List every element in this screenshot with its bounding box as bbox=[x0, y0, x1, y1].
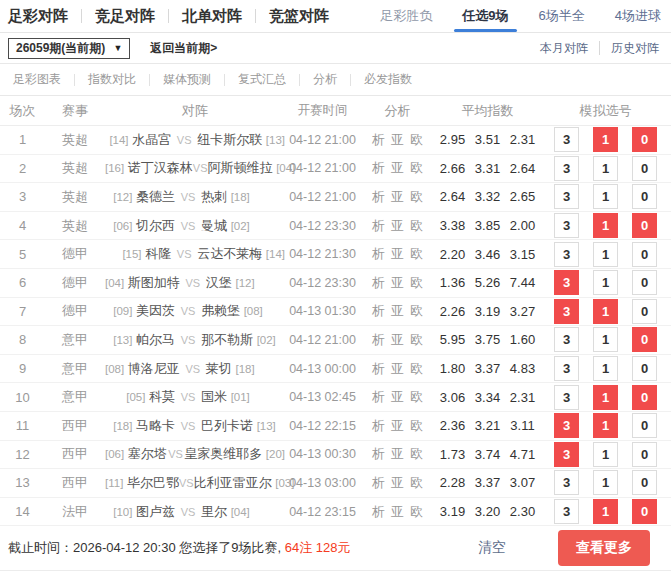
home-team[interactable]: 水晶宫 bbox=[132, 132, 171, 147]
analysis-link-1[interactable]: 析 bbox=[372, 189, 385, 204]
pick-0-button[interactable]: 0 bbox=[632, 242, 657, 267]
pick-3-button[interactable]: 3 bbox=[554, 242, 579, 267]
view-more-button[interactable]: 查看更多 bbox=[558, 530, 650, 566]
away-team[interactable]: 比利亚雷亚尔 bbox=[194, 475, 272, 490]
away-team[interactable]: 热刺 bbox=[201, 189, 227, 204]
analysis-link-2[interactable]: 亚 bbox=[391, 475, 404, 490]
analysis-link-2[interactable]: 亚 bbox=[391, 189, 404, 204]
analysis-link-1[interactable]: 析 bbox=[372, 160, 385, 175]
analysis-link-3[interactable]: 欧 bbox=[410, 418, 423, 433]
away-team[interactable]: 那不勒斯 bbox=[201, 332, 253, 347]
pick-0-button[interactable]: 0 bbox=[632, 270, 657, 295]
analysis-link-1[interactable]: 析 bbox=[372, 246, 385, 261]
nav-tab-1[interactable]: 足彩对阵 bbox=[8, 7, 81, 26]
pick-1-button[interactable]: 1 bbox=[593, 184, 618, 209]
pick-1-button[interactable]: 1 bbox=[593, 156, 618, 181]
away-team[interactable]: 里尔 bbox=[201, 504, 227, 519]
pick-1-button[interactable]: 1 bbox=[593, 356, 618, 381]
analysis-link-1[interactable]: 析 bbox=[372, 475, 385, 490]
pick-0-button[interactable]: 0 bbox=[632, 385, 657, 410]
away-team[interactable]: 巴列卡诺 bbox=[201, 418, 253, 433]
home-team[interactable]: 毕尔巴鄂 bbox=[127, 475, 179, 490]
subtab-4[interactable]: 复式汇总 bbox=[238, 71, 286, 88]
pick-3-button[interactable]: 3 bbox=[554, 156, 579, 181]
home-team[interactable]: 马略卡 bbox=[136, 418, 175, 433]
pick-3-button[interactable]: 3 bbox=[554, 127, 579, 152]
play-tab-2[interactable]: 任选9场 bbox=[462, 0, 508, 32]
analysis-link-1[interactable]: 析 bbox=[372, 504, 385, 519]
pick-3-button[interactable]: 3 bbox=[554, 413, 579, 438]
analysis-link-3[interactable]: 欧 bbox=[410, 332, 423, 347]
analysis-link-1[interactable]: 析 bbox=[372, 389, 385, 404]
analysis-link-1[interactable]: 析 bbox=[372, 446, 385, 461]
analysis-link-1[interactable]: 析 bbox=[372, 275, 385, 290]
analysis-link-3[interactable]: 欧 bbox=[410, 246, 423, 261]
pick-0-button[interactable]: 0 bbox=[632, 356, 657, 381]
home-team[interactable]: 诺丁汉森林 bbox=[128, 160, 193, 175]
analysis-link-1[interactable]: 析 bbox=[372, 361, 385, 376]
pick-3-button[interactable]: 3 bbox=[554, 356, 579, 381]
analysis-link-1[interactable]: 析 bbox=[372, 218, 385, 233]
away-team[interactable]: 云达不莱梅 bbox=[197, 246, 262, 261]
subtab-5[interactable]: 分析 bbox=[313, 71, 337, 88]
home-team[interactable]: 切尔西 bbox=[136, 218, 175, 233]
home-team[interactable]: 科莫 bbox=[149, 389, 175, 404]
pick-1-button[interactable]: 1 bbox=[593, 270, 618, 295]
analysis-link-2[interactable]: 亚 bbox=[391, 160, 404, 175]
analysis-link-2[interactable]: 亚 bbox=[391, 132, 404, 147]
pick-1-button[interactable]: 1 bbox=[593, 242, 618, 267]
home-team[interactable]: 美因茨 bbox=[136, 303, 175, 318]
pick-1-button[interactable]: 1 bbox=[593, 127, 618, 152]
subtab-1[interactable]: 足彩图表 bbox=[13, 71, 61, 88]
play-tab-3[interactable]: 6场半全 bbox=[539, 0, 585, 32]
pick-0-button[interactable]: 0 bbox=[632, 213, 657, 238]
analysis-link-3[interactable]: 欧 bbox=[410, 446, 423, 461]
analysis-link-3[interactable]: 欧 bbox=[410, 160, 423, 175]
play-tab-1[interactable]: 足彩胜负 bbox=[380, 0, 432, 32]
home-team[interactable]: 图卢兹 bbox=[136, 504, 175, 519]
away-team[interactable]: 汉堡 bbox=[206, 275, 232, 290]
play-tab-4[interactable]: 4场进球 bbox=[615, 0, 661, 32]
analysis-link-2[interactable]: 亚 bbox=[391, 303, 404, 318]
period-select[interactable]: 26059期(当前期) ▼ bbox=[8, 38, 130, 59]
away-team[interactable]: 弗赖堡 bbox=[201, 303, 240, 318]
pick-0-button[interactable]: 0 bbox=[632, 470, 657, 495]
pick-1-button[interactable]: 1 bbox=[593, 442, 618, 467]
away-team[interactable]: 莱切 bbox=[206, 361, 232, 376]
pick-0-button[interactable]: 0 bbox=[632, 499, 657, 524]
analysis-link-1[interactable]: 析 bbox=[372, 303, 385, 318]
away-team[interactable]: 曼城 bbox=[201, 218, 227, 233]
pick-1-button[interactable]: 1 bbox=[593, 413, 618, 438]
analysis-link-3[interactable]: 欧 bbox=[410, 475, 423, 490]
pick-1-button[interactable]: 1 bbox=[593, 327, 618, 352]
pick-1-button[interactable]: 1 bbox=[593, 499, 618, 524]
pick-3-button[interactable]: 3 bbox=[554, 499, 579, 524]
analysis-link-2[interactable]: 亚 bbox=[391, 446, 404, 461]
subtab-6[interactable]: 必发指数 bbox=[364, 71, 412, 88]
home-team[interactable]: 博洛尼亚 bbox=[128, 361, 180, 376]
away-team[interactable]: 纽卡斯尔联 bbox=[197, 132, 262, 147]
pick-3-button[interactable]: 3 bbox=[554, 270, 579, 295]
pick-0-button[interactable]: 0 bbox=[632, 127, 657, 152]
analysis-link-2[interactable]: 亚 bbox=[391, 246, 404, 261]
pick-3-button[interactable]: 3 bbox=[554, 442, 579, 467]
analysis-link-1[interactable]: 析 bbox=[372, 418, 385, 433]
toolbar-link-2[interactable]: 历史对阵 bbox=[611, 40, 659, 57]
analysis-link-2[interactable]: 亚 bbox=[391, 275, 404, 290]
analysis-link-1[interactable]: 析 bbox=[372, 332, 385, 347]
home-team[interactable]: 斯图加特 bbox=[128, 275, 180, 290]
pick-1-button[interactable]: 1 bbox=[593, 385, 618, 410]
analysis-link-3[interactable]: 欧 bbox=[410, 218, 423, 233]
home-team[interactable]: 帕尔马 bbox=[136, 332, 175, 347]
analysis-link-2[interactable]: 亚 bbox=[391, 418, 404, 433]
analysis-link-2[interactable]: 亚 bbox=[391, 361, 404, 376]
analysis-link-3[interactable]: 欧 bbox=[410, 361, 423, 376]
subtab-3[interactable]: 媒体预测 bbox=[163, 71, 211, 88]
analysis-link-2[interactable]: 亚 bbox=[391, 389, 404, 404]
home-team[interactable]: 科隆 bbox=[145, 246, 171, 261]
clear-button[interactable]: 清空 bbox=[478, 539, 506, 557]
pick-1-button[interactable]: 1 bbox=[593, 299, 618, 324]
pick-3-button[interactable]: 3 bbox=[554, 385, 579, 410]
home-team[interactable]: 桑德兰 bbox=[136, 189, 175, 204]
analysis-link-2[interactable]: 亚 bbox=[391, 218, 404, 233]
